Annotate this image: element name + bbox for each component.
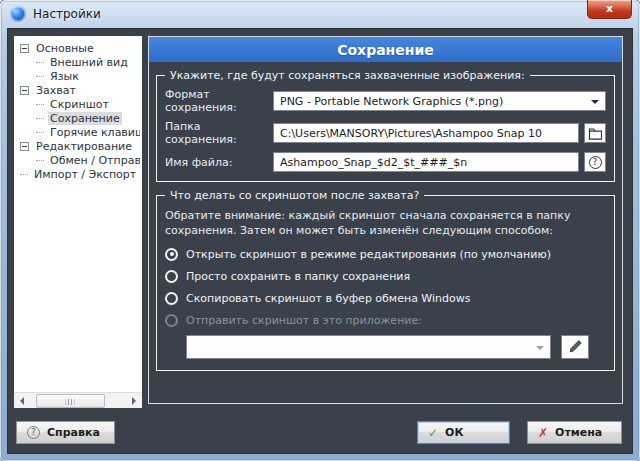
sidebar-item[interactable]: Горячие клавиши [20,125,140,139]
cancel-button-label: Отмена [555,426,602,439]
sidebar-item-label: Импорт / Экспорт [32,168,138,181]
sidebar-item-label: Основные [34,42,96,55]
radio-option-label: Скопировать скриншот в буфер обмена Wind… [186,292,470,305]
scroll-right-icon[interactable] [126,393,142,409]
x-icon: ✗ [538,426,548,440]
ok-button-label: ОК [445,426,463,439]
ok-button[interactable]: ✓ ОК [417,421,510,444]
tree-connector-icon [36,132,44,133]
sidebar-item[interactable]: Внешний вид [20,55,140,69]
sidebar-item-label: Захват [34,84,78,97]
sidebar-item-label: Обмен / Отправка [48,154,140,167]
after-capture-note: Обратите внимание: каждый скриншот снача… [165,208,606,239]
folder-input[interactable] [273,123,579,143]
settings-window: Настройки x ОсновныеВнешний видЯзыкЗахва… [0,0,640,461]
after-capture-options: Открыть скриншот в режиме редактирования… [165,248,606,327]
tree-horizontal-scrollbar[interactable] [14,392,142,408]
sidebar-item-label: Горячие клавиши [48,126,140,139]
radio-icon[interactable] [165,248,178,261]
chevron-down-icon [591,100,599,108]
tree-connector-icon [36,104,44,105]
app-icon [10,6,26,22]
collapse-expander-icon[interactable] [20,44,29,53]
filename-help-button[interactable]: ? [584,152,606,172]
radio-option[interactable]: Скопировать скриншот в буфер обмена Wind… [165,292,606,305]
radio-icon[interactable] [165,292,178,305]
radio-option[interactable]: Открыть скриншот в режиме редактирования… [165,248,606,261]
save-location-group: Укажите, где будут сохраняться захваченн… [156,75,615,182]
scrollbar-grip-icon [66,399,75,405]
pencil-icon [568,339,583,354]
radio-option: Отправить скриншот в это приложение: [165,314,606,327]
help-icon: ? [27,426,40,439]
settings-tree-panel: ОсновныеВнешний видЯзыкЗахватСкриншотСох… [14,36,142,408]
chevron-down-icon [536,346,544,354]
cancel-button[interactable]: ✗ Отмена [527,421,622,444]
radio-option-label: Отправить скриншот в это приложение: [186,314,422,327]
close-button[interactable]: x [587,0,632,19]
browse-folder-button[interactable] [584,123,606,143]
filename-label: Имя файла: [165,156,273,169]
send-app-dropdown [186,335,551,359]
folder-icon [588,127,603,140]
scrollbar-track[interactable] [30,394,126,408]
radio-option-label: Открыть скриншот в режиме редактирования… [186,248,551,261]
format-label: Формат сохранения: [165,88,273,114]
sidebar-item[interactable]: Сохранение [20,111,140,125]
collapse-expander-icon[interactable] [20,142,29,151]
settings-tree: ОсновныеВнешний видЯзыкЗахватСкриншотСох… [14,36,142,183]
edit-app-button[interactable] [561,335,589,359]
format-dropdown[interactable]: PNG - Portable Network Graphics (*.png) [273,91,606,111]
scroll-left-icon[interactable] [14,393,30,409]
after-capture-group-title: Что делать со скриншотом после захвата? [165,189,424,202]
sidebar-item[interactable]: Основные [20,41,140,55]
filename-input[interactable] [273,152,579,172]
after-capture-group: Что делать со скриншотом после захвата? … [156,195,615,371]
tree-connector-icon [20,174,28,175]
radio-option-label: Просто сохранить в папку сохранения [186,270,410,283]
tree-connector-icon [36,62,44,63]
collapse-expander-icon[interactable] [20,86,29,95]
radio-option[interactable]: Просто сохранить в папку сохранения [165,270,606,283]
format-dropdown-value: PNG - Portable Network Graphics (*.png) [280,95,503,108]
window-title: Настройки [33,7,101,21]
tree-connector-icon [36,76,44,77]
page-title: Сохранение [149,37,622,62]
help-button-label: Справка [47,426,100,439]
question-icon: ? [589,156,602,169]
radio-icon[interactable] [165,270,178,283]
sidebar-item[interactable]: Обмен / Отправка [20,153,140,167]
sidebar-item[interactable]: Импорт / Экспорт [20,167,140,181]
sidebar-item-label: Сохранение [48,112,122,125]
sidebar-item[interactable]: Скриншот [20,97,140,111]
client-area: ОсновныеВнешний видЯзыкЗахватСкриншотСох… [7,28,633,454]
help-button[interactable]: ? Справка [16,421,115,444]
sidebar-item-label: Редактирование [34,140,134,153]
radio-icon [165,314,178,327]
sidebar-item-label: Язык [48,70,81,83]
main-panel: Сохранение Укажите, где будут сохранятьс… [148,36,623,404]
check-icon: ✓ [428,426,438,440]
sidebar-item-label: Скриншот [48,98,111,111]
folder-label: Папка сохранения: [165,120,273,146]
scrollbar-thumb[interactable] [36,394,105,408]
tree-connector-icon [36,160,44,161]
save-location-group-title: Укажите, где будут сохраняться захваченн… [165,69,530,82]
sidebar-item-label: Внешний вид [48,56,130,69]
tree-connector-icon [36,118,44,119]
sidebar-item[interactable]: Язык [20,69,140,83]
sidebar-item[interactable]: Захват [20,83,140,97]
titlebar[interactable]: Настройки [0,0,640,28]
sidebar-item[interactable]: Редактирование [20,139,140,153]
